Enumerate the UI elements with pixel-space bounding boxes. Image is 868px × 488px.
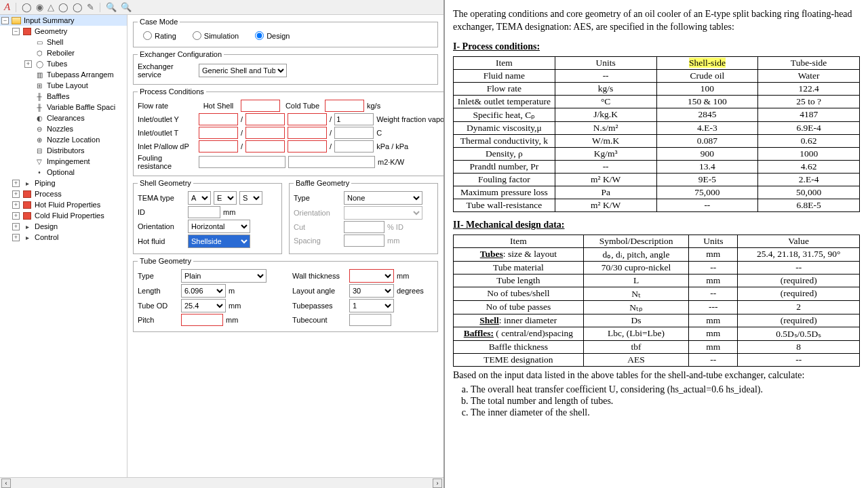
horizontal-scrollbar[interactable]: ‹ › xyxy=(0,477,443,488)
tema-a-select[interactable]: A xyxy=(188,191,211,205)
tree-item-baffles[interactable]: ╫Baffles xyxy=(0,91,127,102)
section-1-head: I- Process conditions: xyxy=(453,41,860,54)
radio-rating[interactable]: Rating xyxy=(143,31,176,40)
tree-item-control[interactable]: +▸Control xyxy=(0,232,127,243)
tree-item-clearances[interactable]: ◐Clearances xyxy=(0,113,127,123)
exchanger-config-group: Exchanger Configuration Exchanger servic… xyxy=(133,50,438,85)
tubecount-input[interactable] xyxy=(349,314,391,326)
tube-geometry-group: Tube Geometry TypePlain Length6.096m Tub… xyxy=(133,257,438,332)
doc-prompt: Based on the input data listed in the ab… xyxy=(453,369,860,382)
tema-e-select[interactable]: E xyxy=(214,191,237,205)
case-mode-group: Case Mode Rating Simulation Design xyxy=(133,18,438,47)
tree-item-tubepass-arrangem[interactable]: ▥Tubepass Arrangem xyxy=(0,69,127,80)
tree-root[interactable]: − Input Summary xyxy=(0,15,127,26)
process-conditions-table: ItemUnitsShell-sideTube-side Fluid name-… xyxy=(453,56,860,212)
tree-item-tubes[interactable]: +◯Tubes xyxy=(0,58,127,69)
y-hot-in[interactable] xyxy=(199,113,238,125)
baffle-cut-input xyxy=(344,221,384,233)
baffle-geometry-group: Baffle Geometry TypeNone Orientation Cut… xyxy=(289,179,438,254)
tool-circle-3-icon[interactable]: ◯ xyxy=(58,2,68,12)
tree-geometry[interactable]: − Geometry xyxy=(0,26,127,37)
fouling-cold[interactable] xyxy=(288,156,375,168)
app-left-pane: A ◯ ◉ △ ◯ ◯ ✎ 🔍 🔍 − Input Summary − Geom… xyxy=(0,0,445,488)
collapse-icon[interactable]: − xyxy=(12,28,20,35)
baffle-type-select[interactable]: None xyxy=(344,191,422,205)
exchanger-service-select[interactable]: Generic Shell and Tube xyxy=(199,64,287,77)
shell-id-input[interactable] xyxy=(188,206,220,218)
flow-hot-input[interactable] xyxy=(241,100,280,112)
form-pane: Case Mode Rating Simulation Design Excha… xyxy=(127,15,443,477)
t-hot-out[interactable] xyxy=(245,127,285,139)
tree-item-nozzle-location[interactable]: ⊕Nozzle Location xyxy=(0,134,127,145)
t-hot-in[interactable] xyxy=(199,127,238,139)
tool-triangle-icon[interactable]: △ xyxy=(47,2,54,12)
fouling-hot[interactable] xyxy=(199,156,285,168)
tree-item-variable-baffle-spaci[interactable]: ╫Variable Baffle Spaci xyxy=(0,102,127,113)
zoom-out-icon[interactable]: 🔍 xyxy=(121,2,132,12)
tree-item-nozzles[interactable]: ⊖Nozzles xyxy=(0,123,127,134)
baffle-spacing-input xyxy=(344,235,384,247)
y-hot-out[interactable] xyxy=(245,113,285,125)
tree-item-optional[interactable]: •Optional xyxy=(0,167,127,178)
toolbar: A ◯ ◉ △ ◯ ◯ ✎ 🔍 🔍 xyxy=(0,0,443,15)
tree-item-process[interactable]: +Process xyxy=(0,188,127,199)
tree-item-hot-fluid-properties[interactable]: +Hot Fluid Properties xyxy=(0,199,127,210)
t-cold-out[interactable] xyxy=(334,127,374,139)
scroll-left-icon[interactable]: ‹ xyxy=(1,479,11,488)
flow-cold-input[interactable] xyxy=(325,100,364,112)
t-cold-in[interactable] xyxy=(288,127,327,139)
process-conditions-group: Process Conditions Flow rate Hot Shell C… xyxy=(133,87,443,176)
document-pane: The operating conditions and core geomet… xyxy=(445,0,868,488)
doc-intro: The operating conditions and core geomet… xyxy=(453,8,860,34)
questions-list: The overall heat transfer coefficient U,… xyxy=(471,384,860,418)
hot-fluid-select[interactable]: Shellside xyxy=(188,235,250,248)
tool-circle-2-icon[interactable]: ◉ xyxy=(36,2,43,12)
tree-item-design[interactable]: +▸Design xyxy=(0,221,127,232)
radio-simulation[interactable]: Simulation xyxy=(193,31,239,40)
layout-angle-select[interactable]: 30 xyxy=(349,284,394,298)
y-cold-in[interactable] xyxy=(288,113,327,125)
tube-length-select[interactable]: 6.096 xyxy=(181,284,226,298)
shell-geometry-group: Shell Geometry TEMA type A E S IDmm Orie… xyxy=(133,179,282,254)
tool-text-icon[interactable]: A xyxy=(4,1,10,13)
scroll-right-icon[interactable]: › xyxy=(433,479,442,488)
tree-item-shell[interactable]: ▭Shell xyxy=(0,37,127,47)
tubepasses-select[interactable]: 1 xyxy=(349,299,394,312)
zoom-in-icon[interactable]: 🔍 xyxy=(106,2,117,12)
tube-pitch-input[interactable] xyxy=(181,314,223,326)
tema-s-select[interactable]: S xyxy=(239,191,262,205)
y-cold-out[interactable] xyxy=(334,113,374,125)
tube-type-select[interactable]: Plain xyxy=(181,269,267,283)
tree-root-label: Input Summary xyxy=(24,16,75,24)
baffle-orient-select xyxy=(344,206,422,220)
tree-pane: − Input Summary − Geometry ▭Shell⬡Reboil… xyxy=(0,15,127,477)
wall-thickness-select[interactable] xyxy=(349,269,394,283)
tree-item-cold-fluid-properties[interactable]: +Cold Fluid Properties xyxy=(0,210,127,221)
tree-item-piping[interactable]: +▸Piping xyxy=(0,178,127,188)
tube-od-select[interactable]: 25.4 xyxy=(181,299,226,312)
p-cold-in[interactable] xyxy=(288,140,327,152)
tree-item-impingement[interactable]: ▽Impingement xyxy=(0,156,127,167)
tool-pencil-icon[interactable]: ✎ xyxy=(87,2,94,12)
radio-design[interactable]: Design xyxy=(255,31,290,40)
tool-circle-1-icon[interactable]: ◯ xyxy=(22,2,32,12)
p-hot-dp[interactable] xyxy=(245,140,285,152)
tree-item-reboiler[interactable]: ⬡Reboiler xyxy=(0,47,127,58)
tree-item-distributors[interactable]: ⊟Distributors xyxy=(0,145,127,156)
p-hot-in[interactable] xyxy=(199,140,238,152)
p-cold-dp[interactable] xyxy=(334,140,374,152)
tree-item-tube-layout[interactable]: ⊞Tube Layout xyxy=(0,80,127,91)
section-2-head: II- Mechanical design data: xyxy=(453,219,860,232)
orientation-select[interactable]: Horizontal xyxy=(188,220,250,233)
collapse-icon[interactable]: − xyxy=(1,17,9,24)
mechanical-design-table: ItemSymbol/DescriptionUnitsValue Tubes: … xyxy=(453,235,860,367)
tool-circle-4-icon[interactable]: ◯ xyxy=(73,2,83,12)
